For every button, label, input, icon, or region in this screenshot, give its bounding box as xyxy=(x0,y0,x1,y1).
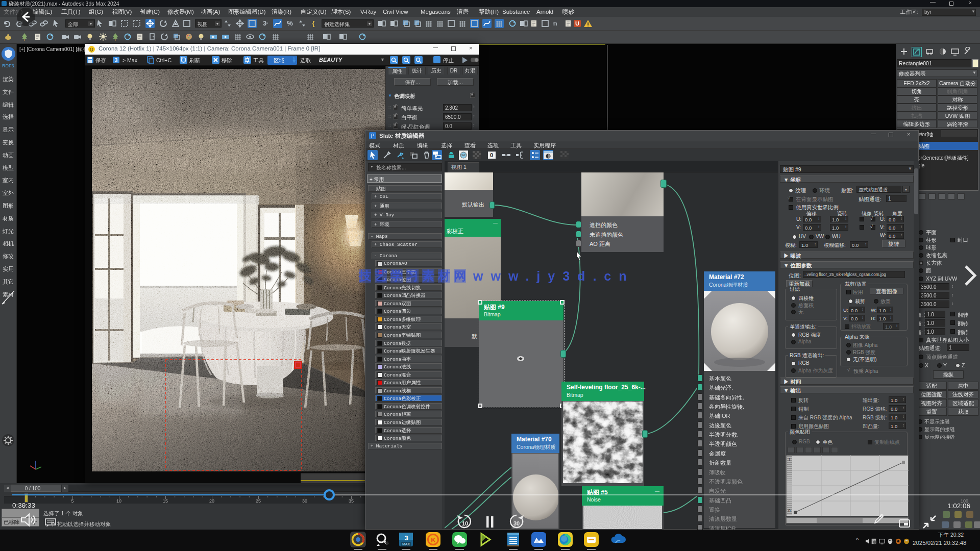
svg-text:5: 5 xyxy=(71,498,74,504)
svg-text:P: P xyxy=(371,133,375,139)
svg-text:30: 30 xyxy=(513,520,520,527)
svg-text:30: 30 xyxy=(302,498,307,504)
svg-text:20: 20 xyxy=(209,498,214,504)
svg-text:3: 3 xyxy=(114,57,117,63)
svg-text:10: 10 xyxy=(116,498,121,504)
svg-text:U: U xyxy=(575,20,579,27)
svg-text:25: 25 xyxy=(256,498,261,504)
svg-text:MAX: MAX xyxy=(402,542,410,546)
svg-text:K: K xyxy=(431,536,436,544)
svg-text:35: 35 xyxy=(349,498,354,504)
svg-text:0: 0 xyxy=(490,152,493,158)
svg-text:15: 15 xyxy=(163,498,168,504)
svg-text:3: 3 xyxy=(404,534,408,542)
svg-text:10: 10 xyxy=(462,520,468,527)
